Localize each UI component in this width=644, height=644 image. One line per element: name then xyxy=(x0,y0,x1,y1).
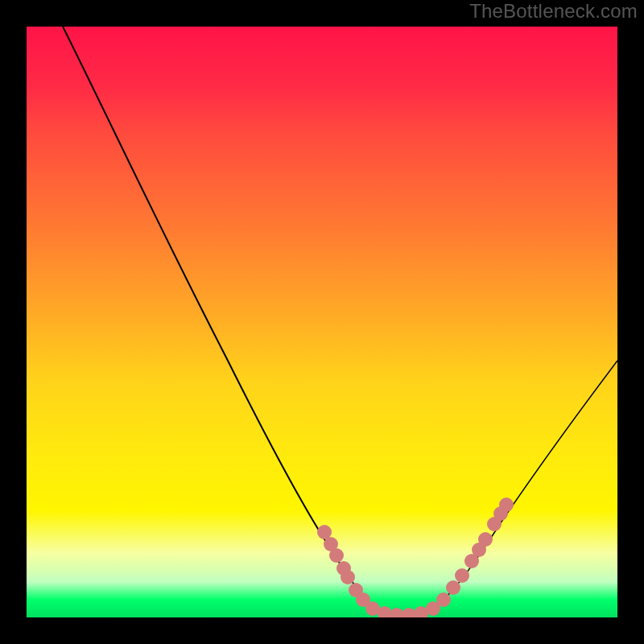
scatter-dot xyxy=(455,568,469,583)
scatter-dot xyxy=(341,570,355,584)
scatter-dot xyxy=(436,592,451,607)
scatter-dot xyxy=(499,497,514,512)
scatter-dot xyxy=(478,532,493,547)
right-curve-path xyxy=(407,361,617,615)
attribution-label: TheBottleneck.com xyxy=(469,0,638,23)
chart-outer-frame: TheBottleneck.com xyxy=(0,0,644,644)
scatter-dot xyxy=(446,580,460,595)
scatter-dot xyxy=(329,548,344,563)
chart-svg xyxy=(27,27,617,617)
scatter-dots-group xyxy=(317,497,514,617)
plot-area xyxy=(27,27,617,617)
left-curve-path xyxy=(63,27,407,615)
